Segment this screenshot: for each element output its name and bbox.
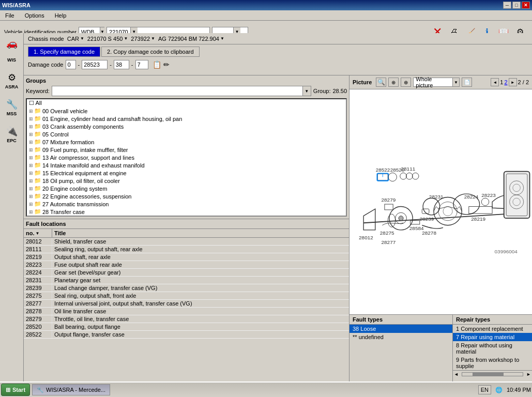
fault-col-no-header[interactable]: no. ▼ [24, 229, 52, 237]
fault-body[interactable]: 28012 Shield, transfer case 28111 Sealin… [24, 238, 349, 381]
fault-type-item[interactable]: ** undefined [349, 333, 452, 341]
sidebar-epc-button[interactable]: 🔌 EPC [2, 123, 22, 146]
chassis-engine-arrow[interactable]: ▼ [220, 36, 224, 41]
table-row[interactable]: 28231 Planetary gear set [24, 277, 349, 284]
group-item[interactable]: ⊞ 📁 09 Fuel pump, intake muffler, filter [27, 146, 346, 154]
chassis-engine-combo[interactable]: AG 722904 BM 722.904 ▼ [158, 36, 224, 42]
group-item[interactable]: ⊞ 📁 18 Oil pump, oil filter, oil cooler [27, 177, 346, 185]
edit-icon[interactable]: ✏ [163, 60, 170, 69]
table-row[interactable]: 28012 Shield, transfer case [24, 238, 349, 246]
globe-icon: 🌐 [495, 387, 503, 393]
damage-prefix-input[interactable] [66, 60, 76, 69]
group-item[interactable]: ⊞ 📁 07 Mixture formation [27, 138, 346, 146]
chassis-model-arrow[interactable]: ▼ [124, 36, 128, 41]
keyword-input-wrapper[interactable]: ▼ [52, 86, 311, 96]
damage-area: 1. Specify damage code 2. Copy damage co… [24, 44, 532, 75]
tab-specify-damage[interactable]: 1. Specify damage code [28, 47, 100, 57]
damage-part1-input[interactable] [114, 60, 129, 69]
next-page-button[interactable]: ► [509, 78, 517, 86]
restore-button[interactable]: □ [512, 2, 521, 9]
chassis-code-combo[interactable]: 273922 ▼ [131, 36, 155, 42]
table-row[interactable]: 28223 Fuse output shaft rear axle [24, 261, 349, 269]
sidebar-car-button[interactable]: 🚗 [2, 35, 22, 53]
zoom-fit-icon[interactable]: ⊕ [388, 78, 399, 87]
group-all-checkbox[interactable]: ☐ [29, 100, 34, 106]
sidebar-tool-button[interactable]: 🔧 MSS [2, 96, 22, 119]
repair-scroll-track[interactable] [462, 372, 523, 376]
group-all-item[interactable]: ☐ All [27, 99, 346, 107]
group-value: 28.50 [332, 88, 347, 94]
mss-label: MSS [7, 111, 17, 116]
keyword-dropdown-arrow[interactable]: ▼ [302, 86, 311, 96]
table-row[interactable]: 28275 Seal ring, output shaft, front axl… [24, 292, 349, 300]
picture-page-icon[interactable]: 📄 [462, 78, 472, 87]
zoom-out-icon[interactable]: 🔍 [376, 78, 386, 87]
group-item[interactable]: ⊞ 📁 15 Electrical equipment at engine [27, 169, 346, 177]
repair-type-item[interactable]: 1 Component replacement [453, 325, 532, 333]
group-item[interactable]: ⊞ 📁 05 Control [27, 130, 346, 138]
menu-bar: File Options Help [0, 10, 532, 21]
sidebar-asra-button[interactable]: ⚙ ASRA [2, 69, 22, 92]
menu-help[interactable]: Help [52, 11, 70, 20]
view-mode-arrow[interactable]: ▼ [452, 78, 460, 86]
fault-cell-no: 28278 [24, 308, 52, 315]
view-mode-combo[interactable]: Whole picture ▼ [413, 78, 460, 87]
svg-text:28223: 28223 [481, 192, 496, 198]
repair-type-label-text4: Parts from workshop to supplie [456, 357, 519, 369]
repair-type-item[interactable]: 9 Parts from workshop to supplie [453, 356, 532, 370]
fault-type-item[interactable]: 38 Loose [349, 325, 452, 333]
groups-list[interactable]: ☐ All ⊞ 📁 00 Overall vehicle ⊞ 📁 01 Engi… [27, 99, 346, 216]
chassis-bar: Chassis mode CAR ▼ 221070 S 450 ▼ 273922… [24, 33, 532, 44]
svg-text:03996004: 03996004 [495, 249, 518, 254]
repair-scrollbar[interactable]: ◄ ► [453, 370, 532, 377]
scan-icon[interactable]: 📋 [153, 60, 161, 69]
chassis-code-arrow[interactable]: ▼ [151, 36, 155, 41]
group-item[interactable]: ⊞ 📁 03 Crank assembly components [27, 123, 346, 130]
taskbar-task-wis[interactable]: 🔧 WIS/ASRA - Mercede... [32, 384, 110, 395]
group-label: Group: [313, 88, 331, 94]
start-button[interactable]: ⊞ Start [1, 384, 30, 396]
group-item[interactable]: ⊞ 📁 00 Overall vehicle [27, 107, 346, 115]
group-item[interactable]: ⊞ 📁 22 Engine accessories, suspension [27, 192, 346, 200]
damage-sep2: - [110, 62, 112, 68]
zoom-in-icon[interactable]: ⊕ [401, 78, 411, 87]
fault-col-title-header[interactable]: Title [52, 229, 349, 237]
group-item[interactable]: ⊞ 📁 28 Transfer case [27, 208, 346, 216]
sidebar-wis-button[interactable]: WIS [2, 55, 22, 65]
bottom-section: Fault types 38 Loose ** undefined Repair… [349, 314, 532, 381]
damage-code-input[interactable] [82, 60, 108, 69]
spark-icon: 🔌 [6, 126, 18, 137]
page-2[interactable]: 2 [504, 79, 507, 85]
close-button[interactable]: ✕ [522, 2, 530, 9]
group-item[interactable]: ⊞ 📁 27 Automatic transmission [27, 200, 346, 208]
menu-options[interactable]: Options [22, 11, 48, 20]
group-item[interactable]: ⊞ 📁 14 Intake manifold and exhaust manif… [27, 161, 346, 169]
chassis-model-combo[interactable]: 221070 S 450 ▼ [87, 36, 128, 42]
repair-scroll-thumb[interactable] [473, 373, 504, 376]
chassis-mode-label: Chassis mode [28, 36, 64, 42]
prev-page-button[interactable]: ◄ [491, 78, 499, 86]
menu-file[interactable]: File [2, 11, 18, 20]
table-row[interactable]: 28111 Sealing ring, output shaft, rear a… [24, 246, 349, 253]
table-row[interactable]: 28239 Load change damper, transfer case … [24, 284, 349, 292]
chassis-mode-arrow[interactable]: ▼ [80, 36, 84, 41]
minimize-button[interactable]: ─ [503, 2, 511, 9]
chassis-mode-value: CAR [67, 36, 79, 42]
repair-type-item[interactable]: 8 Repair without using material [453, 341, 532, 356]
table-row[interactable]: 28279 Throttle, oil line, transfer case [24, 315, 349, 323]
table-row[interactable]: 28219 Output shaft, rear axle [24, 253, 349, 261]
table-row[interactable]: 28522 Output flange, transfer case [24, 331, 349, 339]
group-item[interactable]: ⊞ 📁 01 Engine, cylinder head and camshaf… [27, 115, 346, 123]
damage-part2-input[interactable] [135, 60, 148, 69]
group-item[interactable]: ⊞ 📁 20 Engine cooling system [27, 185, 346, 192]
tab-copy-damage[interactable]: 2. Copy damage code to clipboard [101, 47, 200, 57]
repair-type-item[interactable]: 7 Repair using material [453, 333, 532, 341]
table-row[interactable]: 28224 Gear set (bevel/spur gear) [24, 269, 349, 277]
chassis-mode-combo[interactable]: CAR ▼ [67, 36, 84, 42]
chassis-code-value: 273922 [131, 36, 150, 42]
table-row[interactable]: 28277 Internal universal joint, output s… [24, 300, 349, 308]
table-row[interactable]: 28278 Oil line transfer case [24, 308, 349, 315]
keyword-input[interactable] [52, 87, 302, 95]
table-row[interactable]: 28520 Ball bearing, output flange [24, 323, 349, 331]
group-item[interactable]: ⊞ 📁 13 Air compressor, support and lines [27, 154, 346, 161]
